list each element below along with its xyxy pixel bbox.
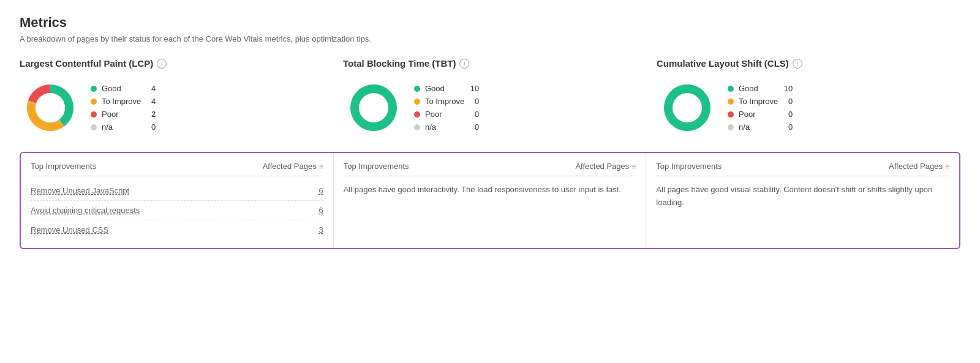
chart-legend-row: Good 10 To Improve 0 Poor 0 n/a 0 <box>657 77 960 138</box>
table-header-pages: Affected Pages ≡ <box>889 162 949 171</box>
improvement-row: Remove Unused CSS 3 <box>31 220 323 239</box>
legend-value: 0 <box>783 110 793 119</box>
improvement-link[interactable]: Remove Unused CSS <box>31 225 108 234</box>
legend-item: Good 4 <box>91 84 156 93</box>
legend-item: Good 10 <box>414 84 479 93</box>
improvement-link[interactable]: Avoid chaining critical requests <box>31 206 140 215</box>
table-header-pages: Affected Pages ≡ <box>263 162 323 171</box>
legend-item: To Improve 0 <box>728 97 793 106</box>
legend-item: Good 10 <box>728 84 793 93</box>
legend-dot <box>91 124 97 130</box>
affected-pages-label: Affected Pages <box>263 162 317 171</box>
legend-item: Poor 2 <box>91 110 156 119</box>
legend-label: Good <box>102 84 141 93</box>
legend-value: 0 <box>146 122 156 132</box>
legend-label: Poor <box>739 110 778 119</box>
legend-dot <box>728 124 734 130</box>
legend-item: n/a 0 <box>414 122 479 132</box>
table-header-tbt: Top Improvements Affected Pages ≡ <box>344 162 636 176</box>
no-improvement-text: All pages have good interactivity. The l… <box>344 181 636 196</box>
legend-dot <box>91 86 97 92</box>
affected-pages-label: Affected Pages <box>575 162 629 171</box>
legend-value: 0 <box>469 97 479 106</box>
metric-title-text: Largest Contentful Paint (LCP) <box>20 58 153 69</box>
legend-value: 0 <box>469 122 479 132</box>
improvement-row: Remove Unused JavaScript 6 <box>31 181 323 201</box>
improvement-panel-cls: Top Improvements Affected Pages ≡ All pa… <box>646 153 959 248</box>
legend-label: To Improve <box>425 97 464 106</box>
legend-value: 0 <box>783 122 793 132</box>
legend-dot <box>414 86 420 92</box>
legend-dot <box>414 124 420 130</box>
improvements-wrapper: Top Improvements Affected Pages ≡ Remove… <box>20 152 960 249</box>
chart-legend-row: Good 10 To Improve 0 Poor 0 n/a 0 <box>343 77 637 138</box>
legend-tbt: Good 10 To Improve 0 Poor 0 n/a 0 <box>414 84 479 132</box>
page-subtitle: A breakdown of pages by their status for… <box>20 34 960 43</box>
legend-item: n/a 0 <box>91 122 156 132</box>
improvement-link[interactable]: Remove Unused JavaScript <box>31 186 129 195</box>
metric-section-tbt: Total Blocking Time (TBT) i Good 10 To I… <box>333 58 647 147</box>
table-header-cls: Top Improvements Affected Pages ≡ <box>656 162 949 176</box>
svg-point-2 <box>673 93 702 122</box>
affected-pages-label: Affected Pages <box>889 162 943 171</box>
metric-title-text: Total Blocking Time (TBT) <box>343 58 456 69</box>
legend-dot <box>414 99 420 105</box>
metric-section-cls: Cumulative Layout Shift (CLS) i Good 10 … <box>647 58 960 147</box>
table-header-top: Top Improvements <box>344 162 409 171</box>
donut-chart-lcp <box>20 77 81 138</box>
legend-item: Poor 0 <box>728 110 793 119</box>
improvement-count[interactable]: 3 <box>318 225 323 234</box>
legend-value: 10 <box>469 84 479 93</box>
metric-section-lcp: Largest Contentful Paint (LCP) i Good 4 … <box>20 58 333 147</box>
sort-icon[interactable]: ≡ <box>319 162 323 171</box>
legend-dot <box>728 86 734 92</box>
improvement-panel-tbt: Top Improvements Affected Pages ≡ All pa… <box>334 153 647 248</box>
legend-label: Good <box>425 84 464 93</box>
legend-dot <box>728 99 734 105</box>
legend-item: Poor 0 <box>414 110 479 119</box>
info-icon[interactable]: i <box>157 59 167 69</box>
legend-item: To Improve 0 <box>414 97 479 106</box>
legend-label: n/a <box>739 122 778 132</box>
page-title: Metrics <box>20 15 960 31</box>
legend-value: 0 <box>783 97 793 106</box>
sort-icon[interactable]: ≡ <box>945 162 949 171</box>
legend-dot <box>91 99 97 105</box>
legend-item: n/a 0 <box>728 122 793 132</box>
legend-dot <box>414 111 420 118</box>
legend-label: To Improve <box>739 97 778 106</box>
legend-value: 10 <box>783 84 793 93</box>
legend-label: n/a <box>425 122 464 132</box>
info-icon[interactable]: i <box>459 59 469 69</box>
no-improvement-text: All pages have good visual stability. Co… <box>656 181 949 209</box>
legend-label: Poor <box>102 110 141 119</box>
legend-dot <box>91 111 97 118</box>
legend-label: n/a <box>102 122 141 132</box>
chart-legend-row: Good 4 To Improve 4 Poor 2 n/a 0 <box>20 77 323 138</box>
legend-item: To Improve 4 <box>91 97 156 106</box>
table-header-pages: Affected Pages ≡ <box>575 162 636 171</box>
metrics-grid: Largest Contentful Paint (LCP) i Good 4 … <box>20 58 960 147</box>
metric-title-lcp: Largest Contentful Paint (LCP) i <box>20 58 323 69</box>
legend-value: 0 <box>469 110 479 119</box>
legend-label: Good <box>739 84 778 93</box>
legend-lcp: Good 4 To Improve 4 Poor 2 n/a 0 <box>91 84 156 132</box>
table-header-lcp: Top Improvements Affected Pages ≡ <box>31 162 323 176</box>
legend-label: To Improve <box>102 97 141 106</box>
svg-point-1 <box>359 93 388 122</box>
info-icon[interactable]: i <box>793 59 802 69</box>
legend-cls: Good 10 To Improve 0 Poor 0 n/a 0 <box>728 84 793 132</box>
donut-chart-cls <box>657 77 718 138</box>
svg-point-0 <box>36 93 65 122</box>
sort-icon[interactable]: ≡ <box>631 162 636 171</box>
table-header-top: Top Improvements <box>656 162 722 171</box>
improvement-count[interactable]: 6 <box>318 186 323 195</box>
legend-value: 2 <box>146 110 156 119</box>
legend-value: 4 <box>146 84 156 93</box>
legend-label: Poor <box>425 110 464 119</box>
metric-title-text: Cumulative Layout Shift (CLS) <box>657 58 789 69</box>
metric-title-cls: Cumulative Layout Shift (CLS) i <box>657 58 960 69</box>
metric-title-tbt: Total Blocking Time (TBT) i <box>343 58 637 69</box>
table-header-top: Top Improvements <box>31 162 96 171</box>
improvement-count[interactable]: 6 <box>318 206 323 215</box>
